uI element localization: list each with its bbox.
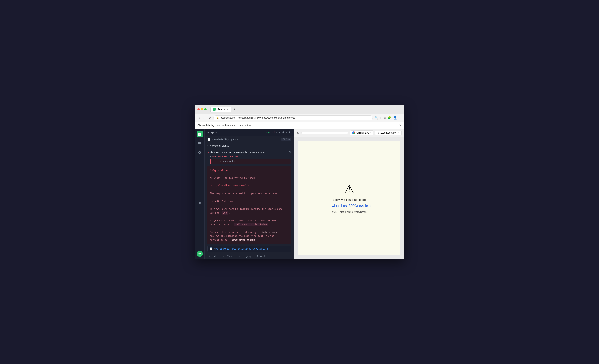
- file-icon: 📄: [207, 138, 211, 141]
- browser-badge[interactable]: Chrome 103 ▾: [350, 130, 373, 135]
- sidebar-item-specs[interactable]: [197, 131, 203, 137]
- reload-button[interactable]: ↻: [207, 116, 212, 120]
- main-content: ⌘ cy ≡ Specs ✓ -- ✕ 1 ⟳ -- 👁 ▾ ↻: [195, 129, 404, 259]
- error-url: http://localhost:3000/newsletter: [210, 184, 289, 188]
- cy-logo[interactable]: cy: [197, 251, 203, 257]
- suite-header: ▾ Newsletter signup: [207, 144, 291, 147]
- suite-arrow-icon: ▾: [207, 144, 209, 147]
- banner-close-button[interactable]: ✕: [399, 123, 402, 127]
- forward-button[interactable]: ›: [202, 116, 205, 120]
- browser-window: e2e-next ✕ + ⋮ ‹ › ↻ 🔒 localhost:3000/__…: [195, 105, 404, 259]
- maximize-button[interactable]: [204, 108, 207, 110]
- error-2xx: 2xx: [222, 211, 228, 215]
- error-line-9: hook we are skipping the remaining tests…: [210, 234, 289, 238]
- error-line-8: Because this error occurred during a bef…: [210, 230, 289, 234]
- left-panel: ≡ Specs ✓ -- ✕ 1 ⟳ -- 👁 ▾ ↻ 📄 newslet: [205, 129, 294, 259]
- extension-icon[interactable]: 🧩: [388, 116, 392, 120]
- chrome-icon: [352, 131, 355, 134]
- automation-text: Chrome is being controlled by automated …: [197, 124, 253, 127]
- error-page: ⚠ Sorry, we could not load: http://local…: [298, 141, 400, 255]
- zoom-icon[interactable]: 🔍: [374, 116, 378, 120]
- runs-icon: [198, 142, 202, 145]
- close-button[interactable]: [197, 108, 200, 110]
- preview-gear-icon[interactable]: ⚙: [297, 131, 300, 135]
- svg-rect-2: [198, 134, 200, 136]
- test-suite: ▾ Newsletter signup: [205, 143, 294, 150]
- reload-button[interactable]: ↻: [289, 131, 291, 134]
- right-panel: ⚙ Chrome 103 ▾ ⊡ 1000x660 (78%) ▾ ⚠ Sorr…: [294, 129, 404, 259]
- eye-button[interactable]: 👁: [282, 131, 285, 134]
- file-name-area: 📄 newsletterSignup.cy.ts: [207, 138, 238, 141]
- specs-list-icon: ≡: [207, 131, 209, 134]
- error-line-6: If you do not want status codes to cause…: [210, 219, 289, 223]
- pending-indicator: ⟳ --: [276, 131, 281, 134]
- stack-trace-more: 17 | describe("Newsletter signup", () =>…: [205, 253, 294, 259]
- error-line-5: was not 2xx .: [210, 211, 289, 215]
- fail-indicator: ✕ 1: [271, 131, 275, 134]
- svg-rect-5: [198, 143, 201, 144]
- lock-icon: 🔒: [216, 116, 219, 119]
- error-block: ! CypressError cy.visit() failed trying …: [207, 166, 291, 244]
- svg-rect-1: [200, 133, 201, 134]
- address-actions: 🔍 ⬆ ☆ 🧩 👤 ⋮: [374, 116, 402, 120]
- url-bar[interactable]: 🔒 localhost:3000/__/#/specs/runner?file=…: [213, 115, 373, 120]
- back-button[interactable]: ‹: [197, 116, 201, 120]
- svg-rect-3: [200, 134, 201, 136]
- tab-title: e2e-next: [217, 108, 226, 111]
- specs-grid-icon: [198, 132, 202, 136]
- warning-triangle-icon: ⚠: [344, 182, 354, 196]
- sidebar-item-settings[interactable]: [197, 149, 203, 156]
- settings-icon: [198, 151, 202, 154]
- error-line-10: current suite: Newsletter signup: [210, 238, 289, 242]
- step-number: 1: [212, 160, 216, 162]
- step-item[interactable]: 1 visit /newsletter: [210, 159, 291, 164]
- tab-bar: e2e-next ✕ +: [210, 107, 396, 112]
- file-name: newsletterSignup.cy.ts: [212, 138, 238, 141]
- test-name: displays a message explaining the form's…: [210, 151, 265, 153]
- preview-url-bar[interactable]: [301, 132, 348, 134]
- active-tab[interactable]: e2e-next ✕: [210, 107, 231, 112]
- step-argument: /newsletter: [223, 160, 235, 163]
- title-bar: e2e-next ✕ + ⋮: [195, 105, 404, 114]
- minimize-button[interactable]: [201, 108, 203, 110]
- error-status-text: 404 – Not Found (text/html): [332, 210, 367, 213]
- sidebar-item-keyboard[interactable]: ⌘: [197, 200, 203, 206]
- before-each-header: ▾ BEFORE EACH (FAILED): [210, 155, 291, 157]
- stack-trace[interactable]: 📄 cypress/e2e/newsletterSignup.cy.ts:19:…: [207, 246, 291, 252]
- new-tab-button[interactable]: +: [232, 107, 237, 112]
- bookmark-icon[interactable]: ☆: [384, 116, 386, 120]
- sidebar-item-runs[interactable]: [197, 140, 203, 146]
- viewport-badge[interactable]: ⊡ 1000x660 (78%) ▾: [375, 130, 402, 135]
- error-sorry-text: Sorry, we could not load:: [333, 198, 366, 202]
- address-bar: ‹ › ↻ 🔒 localhost:3000/__/#/specs/runner…: [195, 114, 404, 122]
- sidebar-icons: ⌘ cy: [195, 129, 205, 259]
- error-line-1: cy.visit() failed trying to load:: [210, 176, 289, 180]
- test-fail-icon: ✕: [207, 151, 209, 154]
- error-line-7: pass the option: failOnStatusCode: false: [210, 223, 289, 226]
- before-each-status: (FAILED): [230, 155, 238, 157]
- preview-header: ⚙ Chrome 103 ▾ ⊡ 1000x660 (78%) ▾: [294, 129, 404, 137]
- error-page-url[interactable]: http://localhost:3000/newsletter: [326, 204, 373, 208]
- specs-header: ≡ Specs ✓ -- ✕ 1 ⟳ -- 👁 ▾ ↻: [205, 129, 294, 136]
- menu-icon[interactable]: ⋮: [398, 116, 402, 120]
- error-line-4: This was considered a failure because th…: [210, 207, 289, 211]
- svg-rect-6: [198, 144, 200, 144]
- file-item[interactable]: 📄 newsletterSignup.cy.ts 162ms: [205, 136, 294, 143]
- error-title: CypressError: [212, 169, 229, 172]
- share-icon[interactable]: ⬆: [380, 116, 382, 120]
- viewport-chevron-icon: ▾: [398, 131, 399, 134]
- browser-name: Chrome 103: [356, 131, 369, 134]
- before-each-section: ▾ BEFORE EACH (FAILED) 1 visit /newslett…: [205, 154, 294, 165]
- error-suite-name: Newsletter signup: [232, 239, 255, 241]
- test-item[interactable]: ✕ displays a message explaining the form…: [205, 150, 294, 154]
- error-line-3: > 404: Not Found: [210, 199, 289, 203]
- before-each-arrow-icon: ▾: [210, 155, 211, 157]
- error-before-each: before each: [262, 231, 277, 234]
- profile-icon[interactable]: 👤: [393, 116, 397, 120]
- specs-title-area: ≡ Specs: [207, 131, 218, 134]
- tab-close-icon[interactable]: ✕: [227, 108, 229, 111]
- browser-chevron-icon: ▾: [370, 131, 371, 134]
- chevron-button[interactable]: ▾: [286, 131, 288, 134]
- error-exclamation-line: ! CypressError: [210, 168, 289, 172]
- viewport-text: 1000x660 (78%): [380, 131, 397, 134]
